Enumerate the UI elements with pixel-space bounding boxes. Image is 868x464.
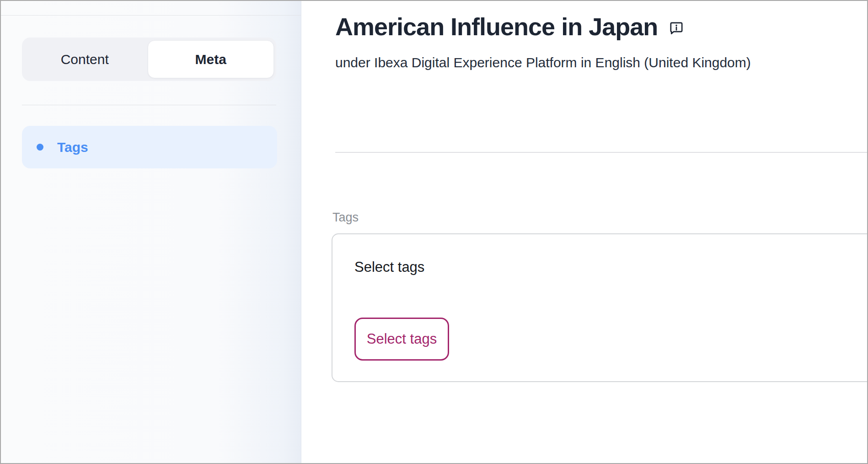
sidebar-top-divider	[1, 15, 301, 16]
active-bullet-icon	[37, 144, 43, 151]
sidebar-item-tags[interactable]: Tags	[22, 126, 277, 168]
tags-field-label: Select tags	[354, 259, 424, 275]
info-icon[interactable]	[669, 20, 684, 37]
tags-field-card: Select tags Select tags	[332, 233, 868, 382]
sidebar-divider	[22, 105, 276, 105]
tab-content[interactable]: Content	[22, 40, 148, 78]
content-meta-tab-switcher: Content Meta	[22, 38, 276, 81]
content-location-subtitle: under Ibexa Digital Experience Platform …	[335, 55, 751, 70]
tab-meta[interactable]: Meta	[148, 40, 274, 78]
select-tags-button[interactable]: Select tags	[354, 318, 449, 361]
app-window: Content Meta Tags American Influence in …	[0, 0, 868, 464]
sidebar-item-label: Tags	[57, 140, 88, 155]
main-divider	[335, 152, 867, 153]
edit-sidebar: Content Meta Tags	[1, 1, 301, 463]
page-title: American Influence in Japan	[335, 14, 658, 40]
field-group-label-tags: Tags	[332, 210, 359, 225]
main-panel: American Influence in Japan under Ibexa …	[301, 1, 867, 463]
title-row: American Influence in Japan	[335, 14, 684, 40]
